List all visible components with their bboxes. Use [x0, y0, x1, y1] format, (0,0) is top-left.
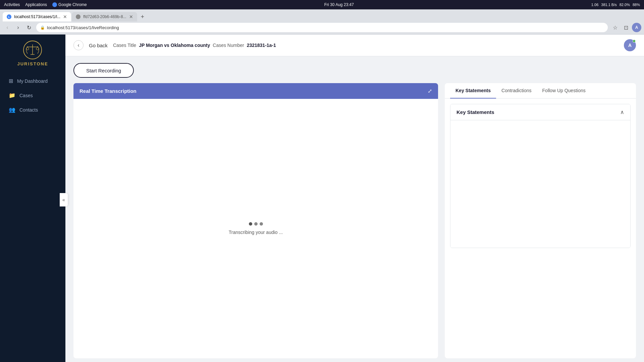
sidebar-navigation: ⊞ My Dashboard 📁 Cases 👥 Contacts — [0, 74, 65, 118]
app-layout: JURISTONE ⊞ My Dashboard 📁 Cases 👥 Conta… — [0, 35, 644, 362]
os-metric-net: 381.1 B/s — [601, 3, 616, 7]
go-back-label[interactable]: Go back — [89, 43, 108, 48]
sidebar-item-contacts[interactable]: 👥 Contacts — [4, 103, 61, 116]
back-nav-button[interactable]: ‹ — [3, 23, 12, 32]
case-info: Cases Title JP Morgan vs Oklahoma county… — [113, 43, 276, 48]
os-metric-battery: 88% — [633, 3, 640, 7]
two-column-layout: Real Time Transcription ⤢ Transcribing y… — [73, 83, 636, 358]
main-content: ‹ Go back Cases Title JP Morgan vs Oklah… — [65, 35, 644, 362]
logo-text: JURISTONE — [17, 61, 48, 66]
transcription-panel-header: Real Time Transcription ⤢ — [73, 83, 438, 99]
new-tab-button[interactable]: + — [138, 12, 147, 21]
profile-button[interactable]: A — [632, 23, 641, 32]
os-bar-right: 1.06 381.1 B/s 82.0% 88% — [591, 3, 640, 7]
dot-3 — [260, 222, 263, 226]
bookmark-button[interactable]: ☆ — [610, 23, 620, 32]
os-bar-left: Activities Applications Google Chrome — [4, 2, 87, 7]
avatar-initials: A — [628, 43, 632, 48]
os-activities[interactable]: Activities — [4, 2, 20, 7]
dashboard-icon: ⊞ — [9, 78, 13, 84]
logo-area: JURISTONE — [17, 40, 48, 66]
cases-number-label: Cases Number — [213, 43, 244, 48]
cases-title-label: Cases Title — [113, 43, 136, 48]
tab-close-active[interactable]: ✕ — [63, 14, 67, 19]
extensions-button[interactable]: ⊡ — [621, 23, 631, 32]
sidebar-item-cases[interactable]: 📁 Cases — [4, 89, 61, 102]
forward-nav-button[interactable]: › — [13, 23, 23, 32]
key-statements-header: Key Statements ∧ — [450, 104, 630, 120]
collapse-icon[interactable]: ∧ — [620, 109, 624, 115]
tab-contradictions[interactable]: Contradictions — [496, 83, 537, 99]
svg-line-5 — [36, 47, 38, 49]
avatar: A — [624, 39, 636, 51]
os-applications[interactable]: Applications — [25, 2, 47, 7]
browser-actions: ☆ ⊡ A — [610, 23, 641, 32]
nav-buttons: ‹ › ↻ — [3, 23, 34, 32]
sidebar-item-label-dashboard: My Dashboard — [17, 78, 48, 84]
os-bar: Activities Applications Google Chrome Fr… — [0, 0, 644, 9]
sidebar-item-label-contacts: Contacts — [19, 107, 38, 113]
dot-2 — [254, 222, 258, 226]
transcription-panel-title: Real Time Transcription — [79, 88, 137, 94]
svg-line-4 — [28, 47, 29, 49]
expand-icon[interactable]: ⤢ — [428, 88, 432, 94]
tab-bar: L localhost:5173/cases/1/l... ✕ ffd72d63… — [0, 9, 644, 21]
sidebar-item-label-cases: Cases — [19, 93, 33, 98]
os-chrome-label[interactable]: Google Chrome — [52, 2, 87, 7]
right-panel: Key Statements Contradictions Follow Up … — [445, 83, 636, 358]
sidebar-collapse-button[interactable]: « — [60, 193, 68, 206]
tab-favicon-2 — [76, 14, 80, 19]
key-statements-section: Key Statements ∧ — [450, 104, 631, 248]
tab-title-active: localhost:5173/cases/1/l... — [14, 14, 60, 19]
os-datetime: Fri 30 Aug 23:47 — [324, 2, 354, 7]
page-header: ‹ Go back Cases Title JP Morgan vs Oklah… — [65, 35, 644, 56]
back-arrow-button[interactable]: ‹ — [73, 40, 84, 50]
juristone-logo — [22, 40, 43, 60]
address-bar: ‹ › ↻ 🔒 localhost:5173/cases/1/liveRecor… — [0, 21, 644, 34]
right-panel-tab-bar: Key Statements Contradictions Follow Up … — [445, 83, 636, 99]
content-area: Start Recording Real Time Transcription … — [65, 56, 644, 362]
url-lock-icon: 🔒 — [40, 25, 45, 30]
url-bar[interactable]: 🔒 localhost:5173/cases/1/liveRecording — [36, 23, 608, 32]
key-statements-body — [450, 120, 630, 248]
tab-close-inactive[interactable]: ✕ — [129, 14, 133, 19]
tab-favicon: L — [7, 14, 11, 19]
tab-title-inactive: ffd72d63-20b6-469b-8... — [83, 14, 126, 19]
contacts-icon: 👥 — [9, 107, 15, 113]
browser-tab-active[interactable]: L localhost:5173/cases/1/l... ✕ — [3, 12, 71, 21]
os-metric-mem: 82.0% — [620, 3, 630, 7]
transcribing-text: Transcribing your audio ... — [229, 230, 283, 235]
reload-nav-button[interactable]: ↻ — [24, 23, 34, 32]
dot-1 — [249, 222, 252, 226]
loading-dots — [249, 222, 263, 226]
transcription-panel: Real Time Transcription ⤢ Transcribing y… — [73, 83, 438, 358]
case-title: JP Morgan vs Oklahoma county — [139, 43, 210, 48]
tab-key-statements[interactable]: Key Statements — [450, 83, 496, 99]
url-text: localhost:5173/cases/1/liveRecording — [47, 25, 604, 30]
tab-follow-up-questions[interactable]: Follow Up Questions — [537, 83, 591, 99]
os-metric-cpu: 1.06 — [591, 3, 598, 7]
cases-icon: 📁 — [9, 92, 15, 99]
browser-chrome: L localhost:5173/cases/1/l... ✕ ffd72d63… — [0, 9, 644, 35]
start-recording-button[interactable]: Start Recording — [73, 63, 134, 78]
case-number: 2321831-1a-1 — [247, 43, 276, 48]
sidebar-item-dashboard[interactable]: ⊞ My Dashboard — [4, 74, 61, 87]
avatar-online-dot — [633, 40, 636, 43]
recording-controls: Start Recording — [73, 63, 636, 78]
browser-tab-inactive[interactable]: ffd72d63-20b6-469b-8... ✕ — [72, 12, 137, 21]
sidebar: JURISTONE ⊞ My Dashboard 📁 Cases 👥 Conta… — [0, 35, 65, 362]
right-panel-body: Key Statements ∧ — [445, 99, 636, 358]
transcription-panel-body: Transcribing your audio ... — [73, 99, 438, 358]
key-statements-title: Key Statements — [457, 109, 494, 115]
